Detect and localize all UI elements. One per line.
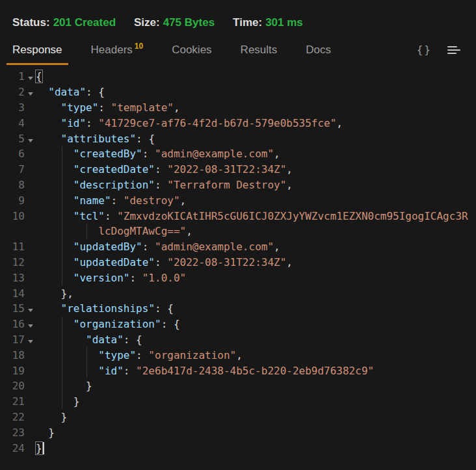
code-text: "description": "Terraform Destroy", [36, 179, 293, 191]
token-str: "template" [111, 101, 174, 114]
code-line: 10"tcl": "ZmxvdzoKICAtIHR5cGU6ICJ0ZXJyYW… [0, 208, 476, 224]
code-text: "attributes": { [36, 133, 155, 145]
code-line: 19"id": "2e6b417d-2438-4b5c-b220-2eb9d76… [0, 363, 476, 378]
code-text: "createdBy": "admin@example.com", [36, 148, 280, 160]
size-value: 475 Bytes [163, 16, 215, 29]
gutter: 3 [0, 100, 36, 116]
format-json-icon[interactable]: {} [417, 44, 432, 56]
token-punc: : { [136, 133, 155, 145]
code-line: 24} [0, 440, 476, 456]
token-key: "name" [73, 194, 111, 207]
token-punc: , [180, 194, 187, 207]
tab-docs[interactable]: Docs [306, 44, 331, 65]
token-str: "2022-08-31T22:34Z" [167, 256, 286, 268]
line-number: 8 [0, 179, 25, 191]
token-key: "relationships" [61, 302, 155, 315]
tab-cookies[interactable]: Cookies [172, 44, 211, 65]
line-number: 24 [0, 442, 25, 454]
line-number: 7 [0, 163, 25, 176]
gutter: 9 [0, 192, 36, 208]
line-number: 18 [0, 349, 25, 361]
menu-icon[interactable] [447, 46, 460, 54]
tab-results[interactable]: Results [241, 44, 278, 65]
gutter: 4 [0, 115, 36, 131]
token-punc: } [86, 380, 92, 392]
token-punc: }, [61, 287, 73, 300]
token-punc: : [86, 117, 98, 129]
token-punc: , [274, 241, 280, 253]
code-line: 17"data": { [0, 332, 476, 348]
status-group: Status:201 Created [12, 16, 116, 29]
token-key: "attributes" [61, 133, 137, 145]
code-text: }, [36, 287, 73, 300]
line-number: 12 [0, 256, 25, 268]
code-text: "version": "1.0.0" [36, 272, 186, 284]
code-text: "relationships": { [36, 302, 174, 315]
fold-chevron-icon[interactable] [28, 324, 33, 328]
gutter: 11 [0, 239, 36, 255]
code-line: 18"type": "organization", [0, 347, 476, 363]
line-number: 2 [0, 86, 25, 98]
token-punc: : [142, 148, 155, 160]
line-number: 19 [0, 365, 25, 377]
token-key: "createdBy" [73, 148, 142, 160]
tab-label: Docs [306, 44, 331, 56]
fold-zone [25, 333, 36, 346]
code-text: "name": "destroy", [36, 194, 186, 207]
tab-headers[interactable]: Headers10 [91, 44, 144, 65]
token-punc: : { [124, 333, 142, 346]
fold-chevron-icon[interactable] [28, 139, 33, 142]
token-punc: : [129, 272, 142, 284]
gutter: 5 [0, 131, 36, 146]
token-punc: : { [86, 86, 105, 98]
code-line: 8"description": "Terraform Destroy", [0, 177, 476, 193]
token-punc: : [155, 256, 167, 268]
size-label: Size: [134, 16, 160, 29]
fold-chevron-icon[interactable] [28, 309, 33, 312]
text-cursor [43, 442, 44, 454]
gutter: 12 [0, 255, 36, 270]
gutter: 20 [0, 378, 36, 394]
tab-response[interactable]: Response [12, 44, 62, 65]
line-number: 11 [0, 241, 25, 253]
gutter: 22 [0, 410, 36, 425]
tab-badge-count: 10 [135, 42, 143, 51]
token-str: "1.0.0" [142, 272, 186, 284]
gutter: 15 [0, 301, 36, 317]
token-punc: : [136, 349, 148, 361]
code-line: 2"data": { [0, 85, 476, 100]
code-text: "updatedBy": "admin@example.com", [36, 241, 280, 253]
token-key: "updatedBy" [73, 241, 142, 253]
token-str: "admin@example.com" [155, 241, 274, 253]
code-text: "id": "41729ce7-af76-4f2d-b67d-579e0b535… [36, 117, 343, 129]
token-key: "createdDate" [73, 163, 155, 176]
gutter: 18 [0, 347, 36, 363]
token-punc: } [61, 411, 68, 423]
token-punc: , [236, 349, 243, 361]
token-str: "destroy" [124, 194, 180, 207]
fold-chevron-icon[interactable] [28, 92, 33, 96]
gutter: 16 [0, 317, 36, 332]
code-line: 13"version": "1.0.0" [0, 270, 476, 285]
fold-chevron-icon[interactable] [28, 77, 33, 80]
token-key: "organization" [73, 318, 161, 330]
token-punc: : { [161, 318, 180, 330]
line-number: 3 [0, 101, 25, 114]
code-text: "id": "2e6b417d-2438-4b5c-b220-2eb9d7638… [36, 365, 374, 377]
token-key: "description" [73, 179, 155, 191]
token-key: "type" [61, 101, 99, 114]
rest-client-response-panel: Status:201 Created Size:475 Bytes Time:3… [0, 0, 476, 456]
time-group: Time:301 ms [233, 16, 303, 29]
token-key: "data" [86, 333, 124, 346]
status-label: Status: [12, 16, 50, 29]
code-line: 7"createdDate": "2022-08-31T22:34Z", [0, 162, 476, 177]
response-body-editor[interactable]: 1{2"data": {3"type": "template",4"id": "… [0, 69, 476, 456]
token-punc: : [155, 179, 167, 191]
code-text: "data": { [36, 86, 105, 98]
token-punc: , [336, 117, 343, 129]
token-punc: : [105, 210, 117, 222]
gutter: 23 [0, 424, 36, 440]
gutter: 2 [0, 85, 36, 100]
fold-chevron-icon[interactable] [28, 340, 33, 343]
tab-label: Headers [91, 44, 133, 56]
